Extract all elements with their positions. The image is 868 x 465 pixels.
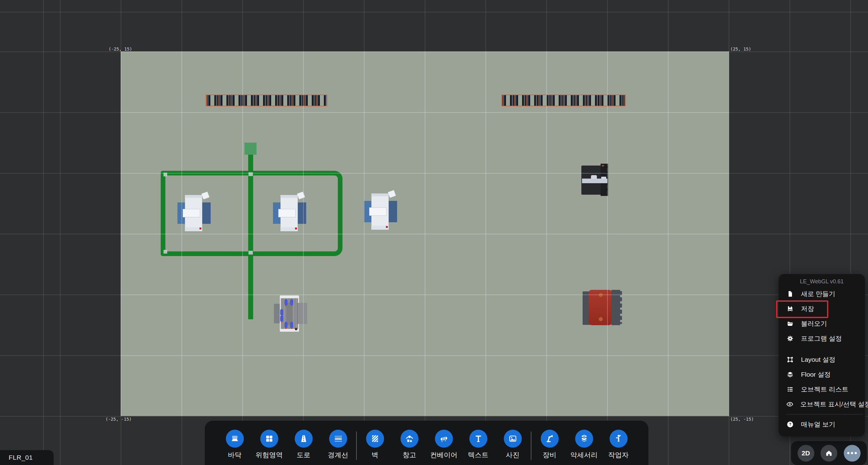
tool-equipment[interactable]: 장비 <box>532 430 567 460</box>
conveyor-line-right[interactable] <box>501 95 626 106</box>
boundary-corner-handle[interactable] <box>163 173 167 176</box>
view-controls: 2D <box>791 441 867 465</box>
boundary-vertex[interactable] <box>248 251 253 255</box>
tool-wall[interactable]: 벽 <box>358 430 392 460</box>
menu-item-program-settings[interactable]: 프로그램 설정 <box>779 331 865 346</box>
photo-tool-icon <box>504 430 522 447</box>
floor-name-label: FLR_01 <box>9 454 33 461</box>
layout-frame-icon <box>786 356 794 364</box>
worker-tool-icon <box>610 430 627 447</box>
tool-danger-zone[interactable]: 위험영역 <box>252 430 286 460</box>
road-tool-icon <box>295 430 313 447</box>
tool-photo[interactable]: 사진 <box>495 430 530 460</box>
text-tool-icon <box>469 430 487 447</box>
tool-floor[interactable]: 바닥 <box>217 430 252 460</box>
floor-name-tag[interactable]: FLR_01 <box>0 450 54 465</box>
view-mode-2d-button[interactable]: 2D <box>798 445 814 462</box>
object-toolbar: 바닥 위험영역 도로 경계선 벽 <box>205 421 648 465</box>
floor-corner-label-tr: (25, 15) <box>730 46 751 52</box>
menu-item-layout-settings[interactable]: Layout 설정 <box>779 352 865 367</box>
accessory-tool-icon <box>575 430 593 447</box>
help-icon: ? <box>786 420 794 428</box>
gear-icon <box>786 334 794 342</box>
menu-item-new[interactable]: 새로 만들기 <box>779 287 865 301</box>
new-file-icon <box>786 290 794 298</box>
tool-worker[interactable]: 작업자 <box>601 430 636 460</box>
tool-boundary[interactable]: 경계선 <box>321 430 355 460</box>
boundary-corner-handle[interactable] <box>163 250 167 254</box>
svg-text:?: ? <box>789 422 792 427</box>
home-icon <box>825 449 833 457</box>
overflow-menu-button[interactable] <box>844 445 861 462</box>
cnc-machine-3[interactable] <box>364 193 397 230</box>
ellipsis-icon <box>847 452 857 454</box>
menu-item-object-visibility[interactable]: 오브젝트 표시/선택 설정 <box>779 397 865 412</box>
floor-corner-label-br: (25, -15) <box>730 417 754 422</box>
toolbar-divider <box>356 432 357 460</box>
view-mode-label: 2D <box>802 450 810 457</box>
menu-item-load[interactable]: 불러오기 <box>779 316 865 331</box>
boundary-vertex[interactable] <box>248 172 253 176</box>
menu-divider <box>786 414 863 414</box>
menu-item-save[interactable]: 저장 <box>779 301 865 316</box>
press-machine[interactable] <box>581 164 610 196</box>
floor-corner-label-bl: (-25, -15) <box>105 417 131 422</box>
app-version-label: LE_WebGL v0.61 <box>779 278 865 287</box>
tool-accessory[interactable]: 악세서리 <box>567 430 601 460</box>
tool-text[interactable]: 텍스트 <box>461 430 495 460</box>
warehouse-tool-icon <box>401 430 418 447</box>
danger-zone-tool-icon <box>260 430 278 447</box>
tool-road[interactable]: 도로 <box>286 430 321 460</box>
red-equipment[interactable] <box>583 290 620 326</box>
wall-tool-icon <box>366 430 384 447</box>
layers-icon <box>786 370 794 378</box>
menu-item-manual[interactable]: ? 매뉴얼 보기 <box>779 417 865 432</box>
tool-warehouse[interactable]: 창고 <box>392 430 427 460</box>
eye-icon <box>786 400 794 408</box>
list-icon <box>786 385 794 393</box>
toolbar-divider <box>531 432 531 460</box>
floor-tool-icon <box>226 430 244 447</box>
menu-section-gap <box>779 346 865 352</box>
menu-item-floor-settings[interactable]: Floor 설정 <box>779 367 865 382</box>
conveyor-tool-icon <box>435 430 453 447</box>
boundary-tool-icon <box>329 430 347 447</box>
save-icon <box>786 305 794 313</box>
equipment-tool-icon <box>541 430 559 447</box>
floor-corner-label-tl: (-25, 15) <box>108 46 132 52</box>
cnc-machine-1[interactable] <box>178 195 211 231</box>
cnc-machine-2[interactable] <box>273 195 306 231</box>
machining-center[interactable] <box>274 295 307 332</box>
layout-editor-canvas[interactable]: (-25, 15) (25, 15) (-25, -15) (25, -15) … <box>0 0 868 465</box>
home-view-button[interactable] <box>820 445 837 462</box>
overflow-menu: LE_WebGL v0.61 새로 만들기 저장 불러오기 프로그램 설정 <box>779 274 865 436</box>
menu-item-object-list[interactable]: 오브젝트 리스트 <box>779 382 865 397</box>
tool-conveyor[interactable]: 컨베이어 <box>427 430 461 460</box>
conveyor-line-left[interactable] <box>206 95 327 106</box>
open-folder-icon <box>786 320 794 328</box>
flow-start-marker[interactable] <box>244 143 256 155</box>
